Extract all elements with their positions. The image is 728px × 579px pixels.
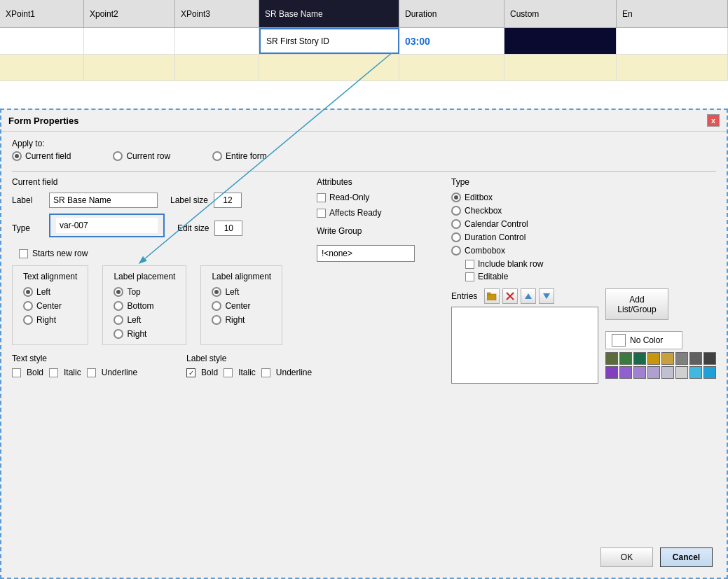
ok-button[interactable]: OK [600, 547, 653, 567]
color-swatch[interactable] [633, 352, 646, 365]
type-duration[interactable]: Duration Control [451, 232, 716, 242]
label-place-bottom[interactable]: Bottom [114, 301, 175, 311]
dialog-title: Form Properties [8, 116, 78, 126]
type-field-row: Type Edit size [12, 214, 306, 243]
text-italic-label: Italic [64, 368, 81, 377]
label-underline-label: Underline [276, 368, 312, 377]
no-color-swatch [612, 334, 626, 347]
no-color-row[interactable]: No Color [605, 331, 682, 349]
radio-label-current-row: Current row [126, 151, 170, 161]
form-properties-dialog: Form Properties x Apply to: Current fiel… [0, 109, 728, 579]
color-swatch[interactable] [675, 366, 688, 379]
label-style-section: Label style ✓ Bold Italic Underline [186, 354, 312, 377]
cell-1-1 [0, 28, 84, 54]
entries-list[interactable] [451, 307, 598, 384]
middle-column: Attributes Read-Only Affects Ready Write… [317, 177, 441, 384]
apply-to-section: Apply to: Current field Current row Enti… [12, 139, 716, 164]
color-swatch[interactable] [689, 352, 702, 365]
label-place-left[interactable]: Left [114, 315, 175, 325]
text-align-center[interactable]: Center [23, 301, 77, 311]
cell-2-4 [259, 55, 399, 81]
color-swatch[interactable] [661, 366, 674, 379]
read-only-checkbox-row[interactable]: Read-Only [317, 193, 441, 202]
text-align-left[interactable]: Left [23, 287, 77, 297]
text-align-right[interactable]: Right [23, 315, 77, 325]
left-column: Current field Label Label size Type Edit… [12, 177, 306, 384]
color-swatch[interactable] [661, 352, 674, 365]
apply-to-radio-row: Current field Current row Entire form [12, 148, 716, 164]
color-swatch[interactable] [605, 352, 618, 365]
label-align-right[interactable]: Right [212, 315, 271, 325]
text-style-row: Bold Italic Underline [12, 368, 137, 377]
type-field-label: Type [12, 223, 43, 233]
color-swatch[interactable] [703, 366, 716, 379]
entries-up-btn[interactable] [521, 288, 536, 304]
color-swatch[interactable] [675, 352, 688, 365]
label-placement-section: Label placement Top Bottom [102, 265, 186, 345]
add-list-group-button[interactable]: Add List/Group [605, 288, 668, 320]
radio-current-field[interactable]: Current field [12, 151, 71, 161]
text-bold-label: Bold [27, 368, 43, 377]
color-swatch[interactable] [619, 366, 632, 379]
entries-delete-btn[interactable] [502, 288, 518, 304]
label-place-top[interactable]: Top [114, 287, 175, 297]
write-group-input[interactable] [317, 245, 415, 262]
label-underline-checkbox[interactable] [261, 368, 270, 377]
text-underline-checkbox[interactable] [87, 368, 96, 377]
radio-entire-form[interactable]: Entire form [212, 151, 267, 161]
cell-2-3 [175, 55, 259, 81]
text-bold-checkbox[interactable] [12, 368, 21, 377]
col-header-duration: Duration [399, 0, 504, 27]
color-swatch[interactable] [703, 352, 716, 365]
affects-ready-checkbox-row[interactable]: Affects Ready [317, 208, 441, 218]
actions-col: Add List/Group No Color [605, 288, 716, 384]
edit-size-label: Edit size [177, 223, 209, 233]
type-box [49, 214, 165, 237]
text-alignment-title: Text alignment [23, 272, 77, 281]
edit-size-input[interactable] [214, 221, 242, 236]
color-swatch[interactable] [633, 366, 646, 379]
type-editbox[interactable]: Editbox [451, 193, 716, 202]
type-input[interactable] [56, 218, 158, 233]
cancel-button[interactable]: Cancel [660, 547, 713, 567]
entries-folder-btn[interactable] [484, 288, 500, 304]
label-align-left[interactable]: Left [212, 287, 271, 297]
text-italic-checkbox[interactable] [49, 368, 58, 377]
entries-layout: Entries [451, 288, 716, 384]
type-checkbox[interactable]: Checkbox [451, 206, 716, 216]
cell-1-3 [175, 28, 259, 54]
cell-1-4[interactable]: SR First Story ID [259, 28, 399, 54]
bottom-sections: Text alignment Left Center [12, 265, 306, 345]
color-swatch[interactable] [689, 366, 702, 379]
radio-current-row[interactable]: Current row [113, 151, 170, 161]
close-button[interactable]: x [707, 114, 720, 127]
color-swatch[interactable] [647, 366, 660, 379]
type-combobox[interactable]: Combobox [451, 246, 716, 256]
color-swatch[interactable] [619, 352, 632, 365]
affects-ready-checkbox[interactable] [317, 209, 326, 218]
label-style-title: Label style [186, 354, 312, 363]
label-input[interactable] [49, 193, 158, 208]
attributes-section: Attributes Read-Only Affects Ready Write… [317, 177, 441, 262]
col-header-xpoint1: XPoint1 [0, 0, 84, 27]
table-header: XPoint1 Xpoint2 XPoint3 SR Base Name Dur… [0, 0, 728, 28]
table-row-2 [0, 55, 728, 81]
type-calendar[interactable]: Calendar Control [451, 219, 716, 229]
label-size-input[interactable] [214, 193, 242, 208]
label-align-center[interactable]: Center [212, 301, 271, 311]
color-swatch[interactable] [647, 352, 660, 365]
editable-row[interactable]: Editable [465, 272, 716, 281]
include-blank-checkbox[interactable] [465, 260, 474, 269]
write-group-section: Write Group [317, 226, 441, 262]
editable-checkbox[interactable] [465, 272, 474, 281]
cell-2-1 [0, 55, 84, 81]
starts-new-row-checkbox[interactable] [19, 249, 28, 258]
include-blank-row[interactable]: Include blank row [465, 259, 716, 269]
label-italic-checkbox[interactable] [224, 368, 233, 377]
read-only-checkbox[interactable] [317, 193, 326, 202]
radio-place-top [114, 287, 123, 297]
entries-down-btn[interactable] [539, 288, 554, 304]
label-place-right[interactable]: Right [114, 329, 175, 339]
label-bold-checkbox[interactable]: ✓ [186, 368, 195, 377]
color-swatch[interactable] [605, 366, 618, 379]
